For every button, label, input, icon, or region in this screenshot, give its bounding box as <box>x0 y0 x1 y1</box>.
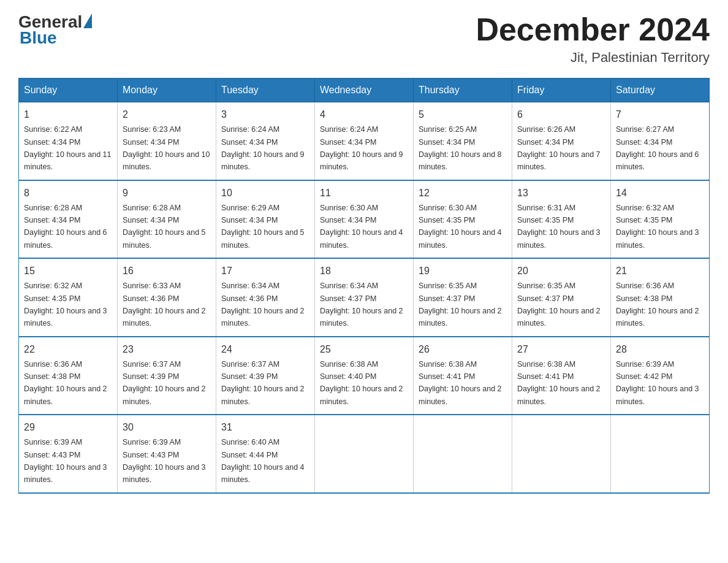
day-info: Sunrise: 6:22 AMSunset: 4:34 PMDaylight:… <box>24 125 111 171</box>
calendar-cell: 8 Sunrise: 6:28 AMSunset: 4:34 PMDayligh… <box>19 180 118 259</box>
day-info: Sunrise: 6:32 AMSunset: 4:35 PMDaylight:… <box>24 282 107 327</box>
calendar-cell: 22 Sunrise: 6:36 AMSunset: 4:38 PMDaylig… <box>19 337 118 415</box>
calendar-cell: 14 Sunrise: 6:32 AMSunset: 4:35 PMDaylig… <box>611 180 710 259</box>
calendar-cell: 19 Sunrise: 6:35 AMSunset: 4:37 PMDaylig… <box>414 258 512 337</box>
calendar-cell: 29 Sunrise: 6:39 AMSunset: 4:43 PMDaylig… <box>19 415 118 493</box>
day-number: 2 <box>123 107 211 122</box>
calendar-cell: 12 Sunrise: 6:30 AMSunset: 4:35 PMDaylig… <box>414 180 512 259</box>
day-number: 3 <box>221 107 309 122</box>
calendar-cell: 3 Sunrise: 6:24 AMSunset: 4:34 PMDayligh… <box>216 102 315 180</box>
day-info: Sunrise: 6:38 AMSunset: 4:41 PMDaylight:… <box>419 360 502 406</box>
day-info: Sunrise: 6:25 AMSunset: 4:34 PMDaylight:… <box>419 125 502 171</box>
day-info: Sunrise: 6:28 AMSunset: 4:34 PMDaylight:… <box>24 204 107 250</box>
calendar-cell: 30 Sunrise: 6:39 AMSunset: 4:43 PMDaylig… <box>118 415 216 493</box>
calendar-week-row: 15 Sunrise: 6:32 AMSunset: 4:35 PMDaylig… <box>19 258 710 337</box>
day-info: Sunrise: 6:39 AMSunset: 4:43 PMDaylight:… <box>24 438 107 484</box>
day-info: Sunrise: 6:30 AMSunset: 4:35 PMDaylight:… <box>419 204 502 250</box>
day-info: Sunrise: 6:23 AMSunset: 4:34 PMDaylight:… <box>123 125 210 171</box>
day-info: Sunrise: 6:32 AMSunset: 4:35 PMDaylight:… <box>616 204 699 250</box>
col-header-tuesday: Tuesday <box>216 79 315 102</box>
day-number: 20 <box>517 264 605 278</box>
calendar-cell: 27 Sunrise: 6:38 AMSunset: 4:41 PMDaylig… <box>512 337 611 415</box>
calendar-cell: 26 Sunrise: 6:38 AMSunset: 4:41 PMDaylig… <box>414 337 512 415</box>
day-number: 1 <box>24 107 112 122</box>
day-number: 29 <box>24 420 112 435</box>
calendar-cell: 16 Sunrise: 6:33 AMSunset: 4:36 PMDaylig… <box>118 258 216 337</box>
calendar-week-row: 22 Sunrise: 6:36 AMSunset: 4:38 PMDaylig… <box>19 337 710 415</box>
calendar-cell: 9 Sunrise: 6:28 AMSunset: 4:34 PMDayligh… <box>118 180 216 259</box>
day-info: Sunrise: 6:36 AMSunset: 4:38 PMDaylight:… <box>24 360 107 406</box>
calendar-cell: 31 Sunrise: 6:40 AMSunset: 4:44 PMDaylig… <box>216 415 315 493</box>
day-info: Sunrise: 6:39 AMSunset: 4:43 PMDaylight:… <box>123 438 206 484</box>
day-number: 31 <box>221 420 309 435</box>
col-header-wednesday: Wednesday <box>315 79 414 102</box>
calendar-cell: 28 Sunrise: 6:39 AMSunset: 4:42 PMDaylig… <box>611 337 710 415</box>
day-number: 23 <box>123 342 211 357</box>
calendar-cell <box>611 415 710 493</box>
day-info: Sunrise: 6:35 AMSunset: 4:37 PMDaylight:… <box>517 282 601 327</box>
day-info: Sunrise: 6:40 AMSunset: 4:44 PMDaylight:… <box>221 438 305 484</box>
month-year-title: December 2024 <box>476 12 710 47</box>
page-header: General Blue December 2024 Jit, Palestin… <box>18 12 710 66</box>
title-block: December 2024 Jit, Palestinian Territory <box>476 12 710 66</box>
calendar-cell: 13 Sunrise: 6:31 AMSunset: 4:35 PMDaylig… <box>512 180 611 259</box>
day-info: Sunrise: 6:24 AMSunset: 4:34 PMDaylight:… <box>320 125 403 171</box>
day-number: 25 <box>320 342 408 357</box>
day-number: 27 <box>517 342 605 357</box>
calendar-cell: 11 Sunrise: 6:30 AMSunset: 4:34 PMDaylig… <box>315 180 414 259</box>
calendar-cell: 24 Sunrise: 6:37 AMSunset: 4:39 PMDaylig… <box>216 337 315 415</box>
day-info: Sunrise: 6:37 AMSunset: 4:39 PMDaylight:… <box>221 360 305 406</box>
calendar-cell: 4 Sunrise: 6:24 AMSunset: 4:34 PMDayligh… <box>315 102 414 180</box>
day-info: Sunrise: 6:28 AMSunset: 4:34 PMDaylight:… <box>123 204 206 250</box>
calendar-cell: 6 Sunrise: 6:26 AMSunset: 4:34 PMDayligh… <box>512 102 611 180</box>
calendar-week-row: 29 Sunrise: 6:39 AMSunset: 4:43 PMDaylig… <box>19 415 710 493</box>
day-info: Sunrise: 6:39 AMSunset: 4:42 PMDaylight:… <box>616 360 699 406</box>
day-number: 24 <box>221 342 309 357</box>
calendar-cell: 1 Sunrise: 6:22 AMSunset: 4:34 PMDayligh… <box>19 102 118 180</box>
calendar-week-row: 1 Sunrise: 6:22 AMSunset: 4:34 PMDayligh… <box>19 102 710 180</box>
calendar-cell: 20 Sunrise: 6:35 AMSunset: 4:37 PMDaylig… <box>512 258 611 337</box>
day-number: 15 <box>24 264 112 278</box>
day-number: 7 <box>616 107 704 122</box>
calendar-cell: 5 Sunrise: 6:25 AMSunset: 4:34 PMDayligh… <box>414 102 512 180</box>
day-info: Sunrise: 6:33 AMSunset: 4:36 PMDaylight:… <box>123 282 206 327</box>
calendar-header-row: SundayMondayTuesdayWednesdayThursdayFrid… <box>19 79 710 102</box>
calendar-cell: 21 Sunrise: 6:36 AMSunset: 4:38 PMDaylig… <box>611 258 710 337</box>
logo-blue-text: Blue <box>18 28 57 48</box>
day-info: Sunrise: 6:37 AMSunset: 4:39 PMDaylight:… <box>123 360 206 406</box>
calendar-cell: 15 Sunrise: 6:32 AMSunset: 4:35 PMDaylig… <box>19 258 118 337</box>
day-info: Sunrise: 6:38 AMSunset: 4:41 PMDaylight:… <box>517 360 601 406</box>
day-number: 10 <box>221 186 309 201</box>
day-info: Sunrise: 6:26 AMSunset: 4:34 PMDaylight:… <box>517 125 601 171</box>
calendar-cell: 17 Sunrise: 6:34 AMSunset: 4:36 PMDaylig… <box>216 258 315 337</box>
col-header-saturday: Saturday <box>611 79 710 102</box>
day-number: 13 <box>517 186 605 201</box>
calendar-week-row: 8 Sunrise: 6:28 AMSunset: 4:34 PMDayligh… <box>19 180 710 259</box>
day-number: 5 <box>419 107 507 122</box>
day-number: 11 <box>320 186 408 201</box>
calendar-cell: 18 Sunrise: 6:34 AMSunset: 4:37 PMDaylig… <box>315 258 414 337</box>
day-number: 14 <box>616 186 704 201</box>
day-number: 8 <box>24 186 112 201</box>
logo-triangle-icon <box>83 13 92 28</box>
day-number: 30 <box>123 420 211 435</box>
day-info: Sunrise: 6:36 AMSunset: 4:38 PMDaylight:… <box>616 282 699 327</box>
day-number: 12 <box>419 186 507 201</box>
day-number: 9 <box>123 186 211 201</box>
day-number: 26 <box>419 342 507 357</box>
col-header-thursday: Thursday <box>414 79 512 102</box>
day-info: Sunrise: 6:35 AMSunset: 4:37 PMDaylight:… <box>419 282 502 327</box>
day-info: Sunrise: 6:24 AMSunset: 4:34 PMDaylight:… <box>221 125 305 171</box>
day-info: Sunrise: 6:34 AMSunset: 4:37 PMDaylight:… <box>320 282 403 327</box>
logo: General Blue <box>18 12 92 48</box>
calendar-cell: 7 Sunrise: 6:27 AMSunset: 4:34 PMDayligh… <box>611 102 710 180</box>
calendar-cell: 2 Sunrise: 6:23 AMSunset: 4:34 PMDayligh… <box>118 102 216 180</box>
col-header-friday: Friday <box>512 79 611 102</box>
day-info: Sunrise: 6:31 AMSunset: 4:35 PMDaylight:… <box>517 204 601 250</box>
calendar-table: SundayMondayTuesdayWednesdayThursdayFrid… <box>18 78 710 494</box>
day-info: Sunrise: 6:38 AMSunset: 4:40 PMDaylight:… <box>320 360 403 406</box>
day-number: 19 <box>419 264 507 278</box>
col-header-sunday: Sunday <box>19 79 118 102</box>
calendar-cell <box>414 415 512 493</box>
day-number: 21 <box>616 264 704 278</box>
